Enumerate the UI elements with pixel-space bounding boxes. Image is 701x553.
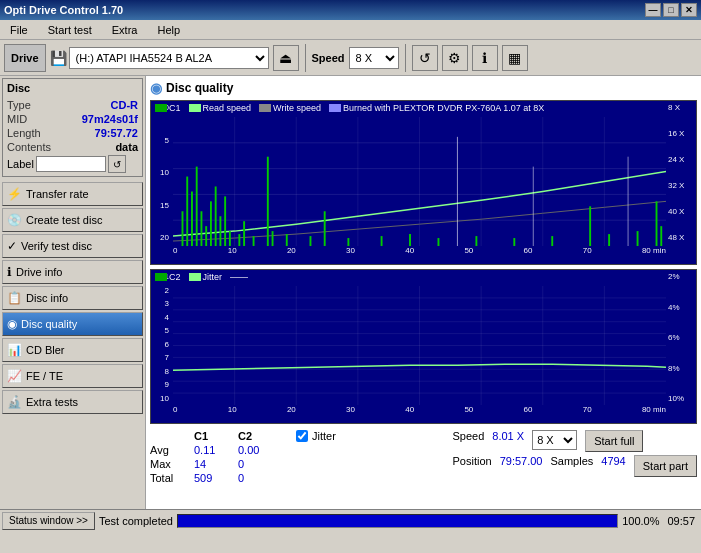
legend-write-speed-color xyxy=(259,104,271,112)
stats-avg-row: Avg 0.11 0.00 xyxy=(150,444,278,456)
chart2-legend: C2 Jitter —— xyxy=(155,272,248,282)
y-label-15: 15 xyxy=(151,201,171,210)
title-bar: Opti Drive Control 1.70 — □ ✕ xyxy=(0,0,701,20)
sidebar-item-label: CD Bler xyxy=(26,344,65,356)
options-button[interactable]: ⚙ xyxy=(442,45,468,71)
legend-read-speed-color xyxy=(189,104,201,112)
eject-button[interactable]: ⏏ xyxy=(273,45,299,71)
status-window-button[interactable]: Status window >> xyxy=(2,512,95,530)
stats-total-label: Total xyxy=(150,472,190,484)
sidebar-item-disc-info[interactable]: 📋 Disc info xyxy=(2,286,143,310)
legend-write-speed-label: Write speed xyxy=(273,103,321,113)
toolbar-separator-2 xyxy=(405,44,406,72)
legend-c2-color xyxy=(155,273,167,281)
status-bar: Status window >> Test completed 100.0% 0… xyxy=(0,509,701,531)
stats-table: C1 C2 Avg 0.11 0.00 Max 14 0 Total 509 0 xyxy=(150,430,278,484)
legend-burned: Burned with PLEXTOR DVDR PX-760A 1.07 at… xyxy=(329,103,544,113)
stats-total-c1: 509 xyxy=(194,472,234,484)
jitter-label: Jitter xyxy=(312,430,336,442)
legend-c1-color xyxy=(155,104,167,112)
samples-value: 4794 xyxy=(601,455,625,477)
start-full-button[interactable]: Start full xyxy=(585,430,643,452)
progress-pct: 100.0% xyxy=(622,515,659,527)
drive-dropdown[interactable]: (H:) ATAPI IHA5524 B AL2A xyxy=(69,47,269,69)
sidebar: Disc Type CD-R MID 97m24s01f Length 79:5… xyxy=(0,76,146,509)
chart1-y-axis-right: 48 X 40 X 32 X 24 X 16 X 8 X xyxy=(666,101,696,244)
legend-c2-label: C2 xyxy=(169,272,181,282)
drive-label: Drive xyxy=(4,44,46,72)
create-test-disc-icon: 💿 xyxy=(7,213,22,227)
legend-jitter-label: Jitter xyxy=(203,272,223,282)
sidebar-item-label: Disc quality xyxy=(21,318,77,330)
disc-quality-icon: ◉ xyxy=(7,317,17,331)
disc-label-label: Label xyxy=(7,158,34,170)
stats-area: C1 C2 Avg 0.11 0.00 Max 14 0 Total 509 0 xyxy=(150,430,697,484)
sidebar-item-transfer-rate[interactable]: ⚡ Transfer rate xyxy=(2,182,143,206)
sidebar-item-disc-quality[interactable]: ◉ Disc quality xyxy=(2,312,143,336)
disc-label-row: Label ↺ xyxy=(5,154,140,174)
stats-avg-c2: 0.00 xyxy=(238,444,278,456)
progress-bar-fill xyxy=(178,515,617,527)
y-right-32x: 32 X xyxy=(666,181,696,190)
chart1-svg xyxy=(173,117,666,246)
stats-col-c1: C1 xyxy=(194,430,234,442)
chart1-y-axis-left: 20 15 10 5 0 xyxy=(151,101,173,244)
sidebar-item-drive-info[interactable]: ℹ Drive info xyxy=(2,260,143,284)
start-part-button[interactable]: Start part xyxy=(634,455,697,477)
y-label-5: 5 xyxy=(151,136,171,145)
sidebar-item-label: FE / TE xyxy=(26,370,63,382)
stats-right-panel: Speed 8.01 X 8 X Start full Position 79:… xyxy=(453,430,698,477)
sidebar-item-fe-te[interactable]: 📈 FE / TE xyxy=(2,364,143,388)
menu-start-test[interactable]: Start test xyxy=(42,22,98,38)
disc-type-row: Type CD-R xyxy=(5,98,140,112)
menu-bar: File Start test Extra Help xyxy=(0,20,701,40)
y-label-20: 20 xyxy=(151,233,171,242)
sidebar-item-cd-bler[interactable]: 📊 CD Bler xyxy=(2,338,143,362)
chart2-container: C2 Jitter —— 10 9 8 7 6 5 4 3 2 1 xyxy=(150,269,697,424)
y-right-16x: 16 X xyxy=(666,129,696,138)
toolbar-separator-1 xyxy=(305,44,306,72)
refresh-button[interactable]: ↺ xyxy=(412,45,438,71)
window-controls: — □ ✕ xyxy=(645,3,697,17)
speed-label-stat: Speed xyxy=(453,430,485,452)
stats-max-c1: 14 xyxy=(194,458,234,470)
position-label: Position xyxy=(453,455,492,477)
close-button[interactable]: ✕ xyxy=(681,3,697,17)
menu-help[interactable]: Help xyxy=(151,22,186,38)
sidebar-item-label: Create test disc xyxy=(26,214,102,226)
sidebar-item-verify-test-disc[interactable]: ✓ Verify test disc xyxy=(2,234,143,258)
disc-length-value: 79:57.72 xyxy=(95,127,138,139)
disc-section-title: Disc xyxy=(5,81,140,95)
maximize-button[interactable]: □ xyxy=(663,3,679,17)
chart1-x-axis: 0 10 20 30 40 50 60 70 80 min xyxy=(173,246,666,264)
speed-label: Speed xyxy=(312,52,345,64)
content-title-text: Disc quality xyxy=(166,81,233,95)
speed-dropdown[interactable]: 8 X xyxy=(349,47,399,69)
menu-extra[interactable]: Extra xyxy=(106,22,144,38)
menu-file[interactable]: File xyxy=(4,22,34,38)
toolbar: Drive 💾 (H:) ATAPI IHA5524 B AL2A ⏏ Spee… xyxy=(0,40,701,76)
y-right-40x: 40 X xyxy=(666,207,696,216)
disc-info-icon: 📋 xyxy=(7,291,22,305)
disc-mid-label: MID xyxy=(7,113,27,125)
stats-avg-label: Avg xyxy=(150,444,190,456)
speed-value: 8.01 X xyxy=(492,430,524,452)
layout-button[interactable]: ▦ xyxy=(502,45,528,71)
disc-mid-value: 97m24s01f xyxy=(82,113,138,125)
info-button[interactable]: ℹ xyxy=(472,45,498,71)
speed-select-right[interactable]: 8 X xyxy=(532,430,577,450)
sidebar-item-create-test-disc[interactable]: 💿 Create test disc xyxy=(2,208,143,232)
chart1-plot xyxy=(173,117,666,246)
disc-label-refresh[interactable]: ↺ xyxy=(108,155,126,173)
disc-length-row: Length 79:57.72 xyxy=(5,126,140,140)
stats-avg-c1: 0.11 xyxy=(194,444,234,456)
disc-label-input[interactable] xyxy=(36,156,106,172)
jitter-checkbox[interactable] xyxy=(296,430,308,442)
disc-mid-row: MID 97m24s01f xyxy=(5,112,140,126)
sidebar-item-extra-tests[interactable]: 🔬 Extra tests xyxy=(2,390,143,414)
chart2-label: —— xyxy=(230,272,248,282)
legend-write-speed: Write speed xyxy=(259,103,321,113)
minimize-button[interactable]: — xyxy=(645,3,661,17)
chart2-plot xyxy=(173,286,666,405)
legend-jitter: Jitter xyxy=(189,272,223,282)
